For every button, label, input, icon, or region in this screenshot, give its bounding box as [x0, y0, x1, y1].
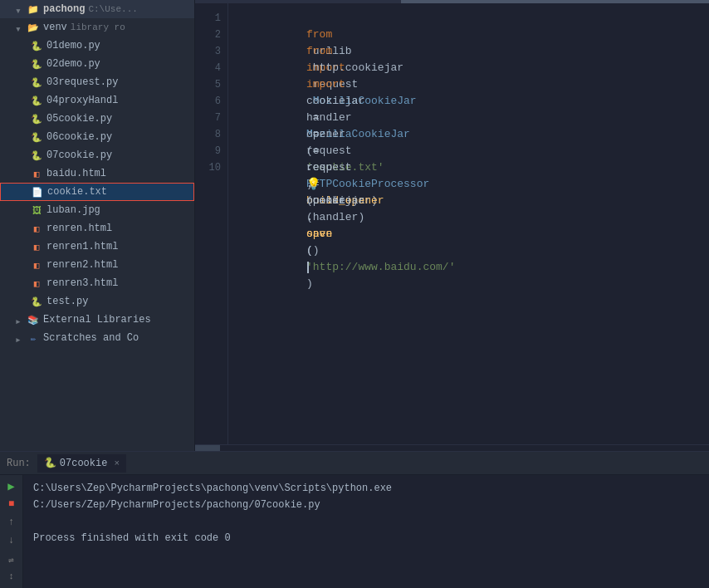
line-num: 6: [195, 93, 227, 110]
jpg-icon: 🖼: [30, 203, 43, 217]
h-scrollbar[interactable]: [195, 444, 709, 451]
settings-icon: ↕: [8, 571, 14, 581]
settings-button[interactable]: ↕: [3, 568, 20, 585]
line-num: 4: [195, 60, 227, 76]
sidebar-item-extlibs[interactable]: 📚 External Libraries: [0, 311, 194, 329]
operator: .: [306, 211, 313, 223]
operator: ): [306, 277, 313, 290]
code-editor[interactable]: from urllib import request from http.coo…: [228, 3, 702, 444]
run-tab-07cookie[interactable]: 🐍 07cookie ×: [37, 454, 126, 473]
file-label: 04proxyHandl: [46, 95, 118, 106]
stop-button[interactable]: ■: [3, 497, 20, 512]
line-num: 8: [195, 126, 227, 143]
html-icon: ◧: [30, 258, 43, 272]
html-icon: ◧: [30, 240, 43, 253]
operator: (): [306, 244, 320, 257]
var-name: cookiejar: [306, 194, 364, 207]
play-button[interactable]: ▶: [3, 478, 20, 493]
main-layout: 📁 pachong C:\Use... 📂 venv library ro 🐍 …: [0, 0, 709, 451]
wrap-button[interactable]: ⇌: [3, 551, 20, 568]
venv-sub: library ro: [71, 22, 125, 32]
sidebar-item-test[interactable]: 🐍 test.py: [0, 292, 194, 311]
folder-icon: 📁: [27, 2, 40, 16]
sidebar-root[interactable]: 📁 pachong C:\Use...: [0, 0, 194, 18]
code-line-9: 💡: [242, 143, 702, 159]
venv-arrow: [15, 22, 25, 32]
python-tab-icon: 🐍: [44, 457, 56, 469]
py-icon: 🐍: [30, 94, 43, 107]
py-icon: 🐍: [30, 130, 43, 144]
editor-content: 1 2 3 4 5 6 7 8 9 10 from urllib import …: [195, 3, 709, 444]
run-label: Run:: [7, 458, 31, 469]
play-icon: ▶: [7, 479, 14, 493]
sidebar-item-02demo[interactable]: 🐍 02demo.py: [0, 55, 194, 73]
down-button[interactable]: ↓: [3, 533, 20, 548]
line-num: 10: [195, 159, 227, 176]
sidebar-item-renren1[interactable]: ◧ renren1.html: [0, 238, 194, 256]
sidebar-item-03request[interactable]: 🐍 03request.py: [0, 73, 194, 91]
file-label: luban.jpg: [46, 204, 100, 216]
line-num: 9: [195, 143, 227, 159]
sidebar-item-05cookie[interactable]: 🐍 05cookie.py: [0, 110, 194, 128]
file-label: 02demo.py: [46, 58, 100, 70]
bottom-panel: Run: 🐍 07cookie × ▶ ■ ↑ ↓ ⇌: [0, 451, 709, 588]
sidebar-item-04proxy[interactable]: 🐍 04proxyHandl: [0, 91, 194, 110]
code-line-10: cookiejar . save (): [242, 159, 702, 176]
py-icon: 🐍: [30, 149, 43, 162]
toolbar-bottom: ⇌ ↕: [3, 551, 20, 585]
sidebar-item-01demo[interactable]: 🐍 01demo.py: [0, 37, 194, 55]
sidebar-item-renren[interactable]: ◧ renren.html: [0, 219, 194, 238]
output-line-blank: [33, 513, 699, 530]
sidebar-item-luban[interactable]: 🖼 luban.jpg: [0, 201, 194, 219]
sidebar-item-renren2[interactable]: ◧ renren2.html: [0, 256, 194, 274]
h-scrollbar-thumb[interactable]: [195, 445, 220, 451]
vertical-scrollbar[interactable]: [702, 3, 709, 444]
file-label: 03request.py: [46, 76, 118, 88]
function-name: save: [306, 228, 332, 240]
string-url: 'http://www.baidu.com/': [306, 261, 455, 273]
file-label: renren1.html: [46, 241, 118, 252]
run-output: C:\Users\Zep\PycharmProjects\pachong\ven…: [23, 475, 709, 588]
file-label: cookie.txt: [47, 186, 107, 198]
line-num: 2: [195, 27, 227, 43]
sidebar-item-venv[interactable]: 📂 venv library ro: [0, 18, 194, 37]
file-label: 07cookie.py: [46, 149, 112, 161]
sidebar-item-scratches[interactable]: ✏️ Scratches and Co: [0, 329, 194, 347]
venv-label: venv: [43, 22, 67, 33]
down-icon: ↓: [8, 535, 14, 546]
sidebar-item-07cookie[interactable]: 🐍 07cookie.py: [0, 146, 194, 164]
py-icon: 🐍: [30, 112, 43, 125]
sidebar-item-06cookie[interactable]: 🐍 06cookie.py: [0, 128, 194, 146]
code-indent: [306, 178, 320, 190]
root-path: C:\Use...: [88, 4, 137, 14]
py-icon: 🐍: [30, 295, 43, 308]
up-button[interactable]: ↑: [3, 515, 20, 530]
code-line-7: [242, 110, 702, 126]
code-line-6: opener = request . build_opener (handler…: [242, 93, 702, 110]
file-label: baidu.html: [46, 168, 106, 179]
extlibs-label: External Libraries: [43, 314, 151, 326]
venv-folder-icon: 📂: [27, 21, 40, 34]
py-icon: 🐍: [30, 76, 43, 89]
output-line: C:/Users/Zep/PycharmProjects/pachong/07c…: [33, 497, 699, 513]
html-icon: ◧: [30, 222, 43, 235]
line-num: 3: [195, 43, 227, 60]
sidebar-item-baidu[interactable]: ◧ baidu.html: [0, 164, 194, 183]
stop-icon: ■: [8, 498, 14, 510]
html-icon: ◧: [30, 167, 43, 180]
cursor: [307, 262, 309, 273]
sidebar-item-renren3[interactable]: ◧ renren3.html: [0, 274, 194, 292]
file-label: 05cookie.py: [46, 113, 112, 125]
tab-close-button[interactable]: ×: [114, 458, 120, 468]
run-tabs: Run: 🐍 07cookie ×: [0, 452, 709, 475]
output-exit-line: Process finished with exit code 0: [33, 530, 699, 546]
sidebar: 📁 pachong C:\Use... 📂 venv library ro 🐍 …: [0, 0, 195, 451]
code-line-8: resp = opener . open ( 'http://www.baidu…: [242, 126, 702, 143]
wrap-icon: ⇌: [8, 555, 14, 566]
code-line-5: handler = request . HTTPCookieProcessor …: [242, 76, 702, 93]
code-line-3: [242, 43, 702, 60]
lib-icon: 📚: [27, 313, 40, 326]
scratch-icon: ✏️: [27, 331, 40, 345]
py-icon: 🐍: [30, 57, 43, 71]
sidebar-item-cookie-txt[interactable]: 📄 cookie.txt: [0, 183, 194, 201]
